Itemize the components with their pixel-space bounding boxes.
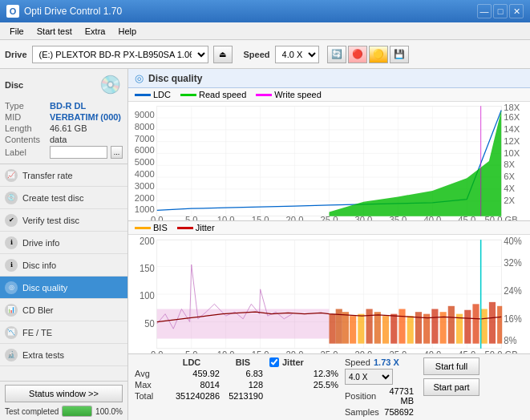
svg-rect-91 [390,314,397,344]
sidebar-item-verify-test-disc[interactable]: ✔ Verify test disc [0,209,127,232]
svg-text:32%: 32% [504,256,522,269]
bis-header: BIS [223,357,263,367]
titlebar: O Opti Drive Control 1.70 — □ ✕ [0,0,530,22]
svg-text:3000: 3000 [135,181,155,191]
minimize-button[interactable]: — [477,4,492,18]
disc-type-row: Type BD-R DL [5,101,123,111]
svg-text:15.0: 15.0 [252,349,269,353]
sidebar-item-disc-quality[interactable]: ◎ Disc quality [0,277,127,299]
disc-info-icon: ℹ [5,259,18,272]
status-window-button[interactable]: Status window >> [5,385,123,402]
svg-rect-86 [350,316,356,344]
label-input[interactable] [50,146,107,159]
transfer-rate-icon: 📈 [5,169,18,182]
menu-file[interactable]: File [3,25,30,38]
menubar: File Start test Extra Help [0,22,530,40]
upper-chart-svg: 9000 8000 7000 6000 5000 4000 3000 2000 … [128,102,530,220]
sidebar-item-cd-bler[interactable]: 📊 CD Bler [0,299,127,321]
svg-text:16X: 16X [504,112,520,122]
legend-lower: BIS Jitter [128,221,530,235]
svg-text:10.0: 10.0 [217,349,235,353]
label-label: Label [5,147,47,157]
svg-text:2X: 2X [504,196,515,205]
svg-text:200: 200 [140,235,155,247]
drive-label: Drive [5,50,27,59]
close-button[interactable]: ✕ [509,4,524,18]
app-title: Opti Drive Control 1.70 [24,6,122,17]
menu-extra[interactable]: Extra [79,25,112,38]
verify-test-disc-icon: ✔ [5,214,18,227]
nav-label-transfer-rate: Transfer rate [22,171,73,180]
svg-text:10X: 10X [504,147,520,157]
drive-select[interactable]: (E:) PLEXTOR BD-R PX-LB950SA 1.06 [32,46,208,63]
maximize-button[interactable]: □ [493,4,508,18]
position-value: 47731 MB [374,386,414,406]
menu-help[interactable]: Help [111,25,143,38]
svg-text:0.0: 0.0 [151,215,164,220]
content-area: ◎ Disc quality LDC Read speed Write spee… [128,69,530,420]
sidebar-item-disc-info[interactable]: ℹ Disc info [0,254,127,277]
samples-row: Samples 758692 [345,407,414,417]
speed-icons: 🔄 🔴 🟡 💾 [327,46,409,63]
color2-btn[interactable]: 🟡 [369,46,388,63]
speed-select-stats[interactable]: 4.0 X [345,369,393,385]
start-part-button[interactable]: Start part [423,378,479,396]
sidebar: Disc 💿 Type BD-R DL MID VERBATIMf (000) … [0,69,128,420]
sidebar-item-create-test-disc[interactable]: 💿 Create test disc [0,187,127,209]
svg-text:12X: 12X [504,136,520,146]
svg-text:4000: 4000 [135,169,155,179]
speed-select[interactable]: 4.0 X [275,46,319,63]
sidebar-item-transfer-rate[interactable]: 📈 Transfer rate [0,164,127,187]
svg-text:4X: 4X [504,184,515,193]
svg-text:16%: 16% [504,313,522,325]
total-row: Total 351240286 5213190 [135,391,263,401]
svg-rect-101 [472,304,479,343]
nav-label-disc-info: Disc info [22,260,56,270]
mid-label: MID [5,112,47,122]
save-btn[interactable]: 💾 [390,46,409,63]
color1-btn[interactable]: 🔴 [348,46,367,63]
eject-button[interactable]: ⏏ [213,46,233,63]
main-layout: Disc 💿 Type BD-R DL MID VERBATIMf (000) … [0,69,530,420]
bis-max: 128 [223,380,263,390]
panel-title: Disc quality [148,73,202,84]
jitter-checkbox[interactable] [269,357,279,367]
ldc-bis-stats: LDC BIS Avg 459.92 6.83 Max 8014 128 Tot… [135,357,263,401]
start-full-button[interactable]: Start full [423,357,479,375]
buttons-section: Start full Start part [423,357,479,396]
jitter-header-label: Jitter [282,357,304,367]
jitter-avg-label [269,369,295,378]
read-icon-btn[interactable]: 🔄 [327,46,346,63]
label-browse-button[interactable]: ... [111,146,123,159]
sidebar-item-fe-te[interactable]: 📉 FE / TE [0,321,127,344]
sidebar-item-drive-info[interactable]: ℹ Drive info [0,232,127,254]
legend-upper: LDC Read speed Write speed [128,88,530,102]
sidebar-item-extra-tests[interactable]: 🔬 Extra tests [0,344,127,366]
length-label: Length [5,123,47,133]
position-label: Position [345,391,370,401]
jitter-header: Jitter [269,357,338,367]
nav-label-create-test-disc: Create test disc [22,193,83,203]
svg-text:20.0: 20.0 [286,215,304,220]
svg-rect-94 [415,312,422,343]
svg-text:6X: 6X [504,172,515,181]
disc-image-icon: 💿 [97,72,123,98]
contents-label: Contents [5,135,47,144]
svg-text:1000: 1000 [135,204,155,214]
lower-chart-svg: 200 150 100 50 40% 32% 24% 16% 8% 0.0 5.… [128,235,530,353]
legend-write-speed: Write speed [256,90,322,99]
titlebar-left: O Opti Drive Control 1.70 [6,5,122,18]
svg-text:0.0: 0.0 [151,349,164,353]
disc-header: Disc 💿 [5,72,123,98]
charts-container: 9000 8000 7000 6000 5000 4000 3000 2000 … [128,102,530,353]
svg-text:5000: 5000 [135,157,155,167]
ldc-total: 351240286 [164,391,220,401]
svg-text:8000: 8000 [135,122,155,131]
avg-label: Avg [135,369,160,378]
svg-rect-93 [407,316,414,344]
svg-text:6000: 6000 [135,145,155,155]
nav-label-cd-bler: CD Bler [22,305,54,315]
menu-start-test[interactable]: Start test [30,25,79,38]
disc-label-row: Label ... [5,146,123,159]
svg-text:18X: 18X [504,102,520,111]
